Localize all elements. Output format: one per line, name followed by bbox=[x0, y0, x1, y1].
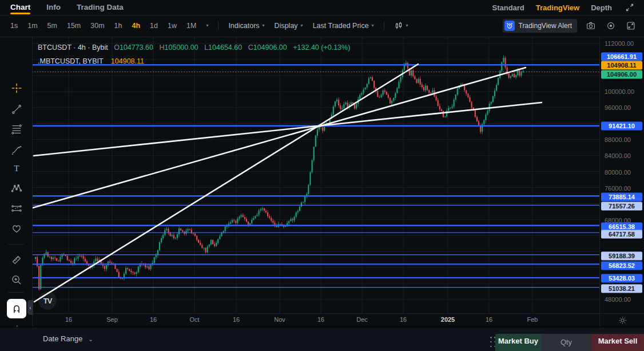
price-axis-label: 48000.00 bbox=[605, 296, 631, 303]
time-axis-label: 16 bbox=[233, 316, 240, 323]
price-badge: 73885.14 bbox=[601, 193, 642, 202]
ohlc-open-value: 104773.60 bbox=[120, 44, 153, 52]
ohlc-high-value: 105000.00 bbox=[165, 44, 198, 52]
timeframe-1m[interactable]: 1m bbox=[27, 22, 37, 30]
drawing-toolbar: T bbox=[0, 37, 33, 326]
time-axis-label: Feb bbox=[527, 316, 538, 323]
nav-tab-trading-data[interactable]: Trading Data bbox=[77, 0, 124, 15]
last-traded-price-menu[interactable]: Last Traded Price ▾ bbox=[313, 22, 374, 30]
chevron-down-icon: ▾ bbox=[301, 23, 303, 28]
price-badge: 51038.21 bbox=[601, 285, 642, 293]
price-badge: 56823.52 bbox=[601, 262, 642, 270]
tradingview-alert-label: TradingView Alert bbox=[519, 22, 572, 30]
market-buy-label: Market Buy bbox=[495, 337, 541, 345]
target-icon[interactable] bbox=[605, 19, 617, 32]
price-badge: 104906.00 bbox=[601, 70, 642, 79]
timeframe-1s[interactable]: 1s bbox=[10, 22, 18, 30]
time-axis-label: 16 bbox=[317, 316, 324, 323]
price-badge: 64717.58 bbox=[601, 230, 642, 239]
market-sell-button[interactable]: Market Sell 104,906.00 bbox=[591, 334, 644, 351]
price-badge: 106661.91 bbox=[601, 53, 642, 61]
magnet-tool[interactable] bbox=[7, 299, 26, 318]
expand-arrows-icon[interactable] bbox=[623, 1, 636, 14]
time-axis-label: Dec bbox=[356, 316, 368, 323]
date-range-label: Date Range bbox=[43, 334, 82, 343]
ohlc-open-key: O bbox=[114, 44, 120, 52]
tradingview-alert-button[interactable]: TradingView Alert bbox=[503, 19, 577, 33]
chevron-down-icon: ▾ bbox=[372, 23, 374, 28]
camera-icon[interactable] bbox=[585, 19, 597, 32]
trend-line-tool[interactable] bbox=[7, 100, 26, 119]
timeframe-1h[interactable]: 1h bbox=[114, 22, 122, 30]
divider bbox=[384, 21, 384, 30]
display-menu[interactable]: Display ▾ bbox=[275, 22, 303, 30]
time-axis-label: 16 bbox=[400, 316, 407, 323]
price-badge: 59188.39 bbox=[601, 252, 642, 261]
brush-tool[interactable] bbox=[7, 140, 26, 160]
index-legend-row[interactable]: .MBTCUSDT, BYBIT 104908.11 bbox=[38, 57, 144, 65]
text-tool[interactable]: T bbox=[7, 159, 26, 178]
emoji-heart-tool[interactable] bbox=[7, 219, 26, 238]
crosshair-tool[interactable] bbox=[7, 78, 26, 98]
axis-corner bbox=[599, 313, 644, 327]
timeframe-dropdown-icon[interactable]: ▾ bbox=[206, 23, 208, 28]
svg-text:TV: TV bbox=[43, 297, 53, 305]
candles-icon bbox=[394, 21, 403, 30]
timeframe-4h[interactable]: 4h bbox=[132, 22, 141, 30]
last-traded-price-label: Last Traded Price bbox=[313, 22, 369, 30]
position-projection-tool[interactable] bbox=[7, 199, 26, 218]
nav-tab-info[interactable]: Info bbox=[46, 0, 61, 15]
svg-text:T: T bbox=[14, 163, 19, 173]
display-label: Display bbox=[275, 22, 298, 30]
time-axis-label: Nov bbox=[274, 316, 285, 323]
ohlc-close-value: 104906.00 bbox=[253, 44, 287, 52]
time-axis-label: 16 bbox=[65, 316, 72, 323]
nav-mode-standard[interactable]: Standard bbox=[492, 3, 524, 12]
time-axis-label: Oct bbox=[189, 316, 199, 323]
time-axis[interactable]: 16Sep16Oct16Nov16Dec16202516Feb bbox=[32, 313, 599, 327]
ohlc-low-value: 104654.60 bbox=[208, 44, 242, 52]
timeframe-1d[interactable]: 1d bbox=[150, 22, 158, 30]
market-sell-label: Market Sell bbox=[591, 337, 644, 345]
nav-mode-tradingview[interactable]: TradingView bbox=[536, 3, 579, 12]
divider bbox=[218, 21, 218, 30]
chevron-down-icon: ⌄ bbox=[88, 336, 93, 342]
price-axis-label: 96000.00 bbox=[605, 104, 631, 111]
time-axis-label: Sep bbox=[106, 316, 118, 323]
time-axis-label: 16 bbox=[150, 316, 157, 323]
price-axis-label: 100000.00 bbox=[605, 88, 634, 95]
price-badge: 104908.11 bbox=[601, 61, 642, 70]
nav-mode-depth[interactable]: Depth bbox=[591, 3, 612, 12]
timeframe-1M[interactable]: 1M bbox=[186, 22, 196, 30]
bottom-bar: Date Range ⌄ Market Buy 104,906.00 Qty M… bbox=[0, 326, 644, 351]
time-axis-label: 2025 bbox=[441, 316, 455, 323]
chart-canvas[interactable]: TV bbox=[0, 0, 644, 351]
chart-type-menu[interactable]: ▾ bbox=[394, 21, 408, 30]
divider bbox=[8, 292, 24, 293]
price-axis[interactable]: 112000.00100000.0096000.0088000.0084000.… bbox=[599, 37, 644, 313]
ruler-tool[interactable] bbox=[7, 250, 26, 270]
price-scale-settings-icon[interactable] bbox=[618, 316, 627, 325]
divider bbox=[8, 244, 24, 244]
fib-retracement-tool[interactable] bbox=[7, 120, 26, 139]
timeframe-30m[interactable]: 30m bbox=[90, 22, 104, 30]
chevron-down-icon: ▾ bbox=[263, 23, 265, 28]
nav-tab-chart[interactable]: Chart bbox=[10, 0, 30, 15]
date-range-selector[interactable]: Date Range ⌄ bbox=[43, 334, 93, 343]
timeframe-5m[interactable]: 5m bbox=[47, 22, 57, 30]
chevron-down-icon: ▾ bbox=[406, 23, 408, 28]
price-axis-label: 84000.00 bbox=[605, 152, 631, 159]
alarm-icon bbox=[504, 21, 515, 31]
market-buy-button[interactable]: Market Buy 104,906.00 bbox=[495, 334, 541, 351]
index-symbol: .MBTCUSDT, BYBIT bbox=[38, 57, 103, 65]
ohlc-high-key: H bbox=[160, 44, 165, 52]
xabcd-pattern-tool[interactable] bbox=[7, 179, 26, 198]
fullscreen-icon[interactable] bbox=[625, 19, 637, 32]
collapse-toolbar-button[interactable]: ‹ bbox=[27, 300, 33, 315]
symbol-legend-row[interactable]: BTCUSDT · 4h · Bybit O104773.60 H105000.… bbox=[38, 44, 350, 52]
timeframe-15m[interactable]: 15m bbox=[67, 22, 81, 30]
timeframe-1w[interactable]: 1w bbox=[168, 22, 177, 30]
qty-input[interactable]: Qty bbox=[541, 334, 591, 351]
zoom-in-tool[interactable] bbox=[7, 270, 26, 290]
indicators-menu[interactable]: Indicators ▾ bbox=[228, 22, 264, 30]
